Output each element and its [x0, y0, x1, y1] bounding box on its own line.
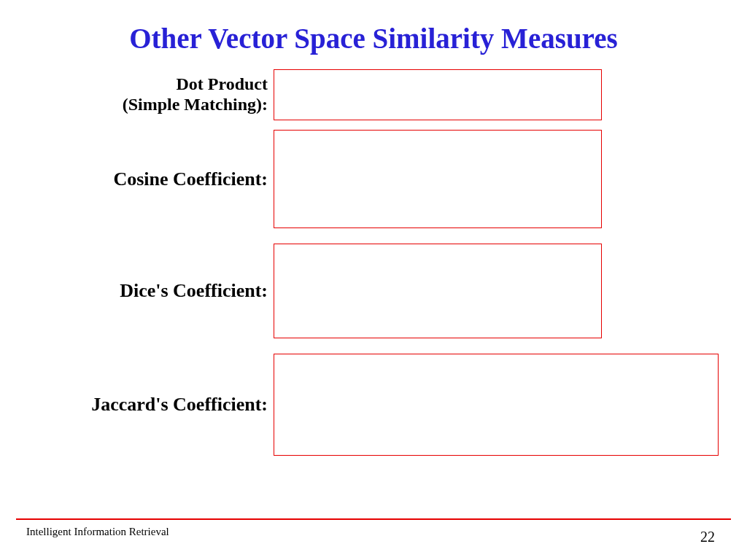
formula-box — [274, 244, 602, 338]
page-number: 22 — [700, 529, 715, 545]
formula-box — [274, 130, 602, 228]
measure-label: Dot Product (Simple Matching): — [0, 74, 274, 114]
measure-row: Dice's Coefficient: — [0, 244, 602, 338]
formula-box — [274, 69, 602, 120]
footer-text: Intelligent Information Retrieval — [26, 526, 169, 538]
measure-row: Dot Product (Simple Matching): — [0, 69, 602, 120]
measure-label: Cosine Coefficient: — [0, 168, 274, 190]
footer-divider — [16, 518, 731, 520]
measure-row: Cosine Coefficient: — [0, 130, 602, 228]
slide-title: Other Vector Space Similarity Measures — [0, 0, 747, 63]
measure-row: Jaccard's Coefficient: — [0, 354, 719, 456]
measure-label: Dice's Coefficient: — [0, 280, 274, 302]
measure-label: Jaccard's Coefficient: — [0, 394, 274, 416]
formula-box — [274, 354, 719, 456]
